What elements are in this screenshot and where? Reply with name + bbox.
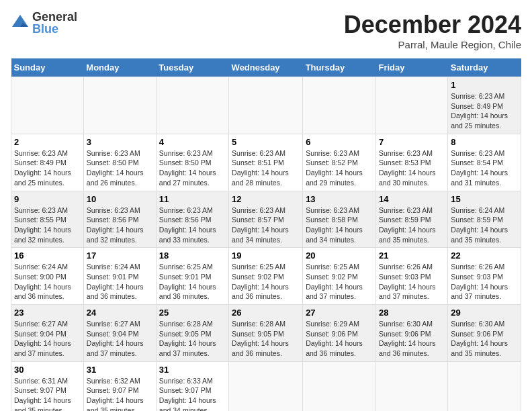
daylight-hours: Daylight: 14 hours and 36 minutes. [379,339,436,357]
sunset-time: Sunset: 8:49 PM [451,102,503,110]
sunset-time: Sunset: 9:02 PM [306,273,358,281]
sunset-time: Sunset: 8:50 PM [159,158,212,167]
day-number: 15 [451,194,518,204]
day-number: 3 [87,137,153,147]
calendar-cell: 4 Sunrise: 6:23 AM Sunset: 8:50 PM Dayli… [156,134,228,191]
daylight-hours: Daylight: 14 hours and 25 minutes. [451,111,508,130]
calendar-cell: 20 Sunrise: 6:25 AM Sunset: 9:02 PM Dayl… [303,248,376,305]
col-friday: Friday [375,58,447,77]
calendar-cell [375,77,447,134]
sunrise-time: Sunrise: 6:31 AM [14,377,68,385]
col-saturday: Saturday [448,58,521,77]
sunset-time: Sunset: 9:07 PM [87,386,139,394]
day-info: Sunrise: 6:23 AM Sunset: 8:52 PM Dayligh… [306,148,373,188]
sunrise-time: Sunrise: 6:25 AM [306,263,359,271]
calendar-cell [156,77,228,134]
daylight-hours: Daylight: 14 hours and 36 minutes. [87,283,144,301]
day-number: 22 [451,250,518,261]
sunrise-time: Sunrise: 6:30 AM [451,320,504,328]
day-number: 13 [306,194,373,204]
calendar-cell: 7 Sunrise: 6:23 AM Sunset: 8:53 PM Dayli… [375,134,447,191]
daylight-hours: Daylight: 14 hours and 35 minutes. [14,396,71,411]
sunrise-time: Sunrise: 6:23 AM [451,149,504,157]
calendar-cell: 19 Sunrise: 6:25 AM Sunset: 9:02 PM Dayl… [229,248,303,305]
sunset-time: Sunset: 9:04 PM [87,330,139,338]
sunrise-time: Sunrise: 6:25 AM [232,263,285,271]
sunset-time: Sunset: 8:55 PM [14,216,66,224]
sunset-time: Sunset: 8:54 PM [451,158,503,167]
daylight-hours: Daylight: 14 hours and 36 minutes. [14,283,71,301]
calendar-week-row: 16 Sunrise: 6:24 AM Sunset: 9:00 PM Dayl… [11,248,521,305]
day-number: 5 [232,137,300,147]
day-number: 14 [379,194,445,204]
daylight-hours: Daylight: 14 hours and 37 minutes. [159,339,216,357]
day-info: Sunrise: 6:27 AM Sunset: 9:04 PM Dayligh… [87,319,153,359]
day-number: 16 [14,250,81,261]
calendar-week-row: 1 Sunrise: 6:23 AM Sunset: 8:49 PM Dayli… [11,77,521,134]
day-number: 17 [87,250,153,261]
daylight-hours: Daylight: 14 hours and 29 minutes. [306,169,363,187]
sunset-time: Sunset: 8:52 PM [306,158,358,167]
calendar-cell: 25 Sunrise: 6:28 AM Sunset: 9:05 PM Dayl… [156,305,228,362]
day-info: Sunrise: 6:23 AM Sunset: 8:49 PM Dayligh… [14,148,81,188]
day-info: Sunrise: 6:23 AM Sunset: 8:53 PM Dayligh… [379,148,445,188]
logo-line2: Blue [32,23,77,35]
sunset-time: Sunset: 8:56 PM [159,216,212,224]
day-number: 28 [379,308,445,318]
sunrise-time: Sunrise: 6:27 AM [87,320,140,328]
sunset-time: Sunset: 8:51 PM [232,158,284,167]
col-wednesday: Wednesday [229,58,303,77]
calendar-cell: 9 Sunrise: 6:23 AM Sunset: 8:55 PM Dayli… [11,191,84,248]
calendar-cell: 8 Sunrise: 6:23 AM Sunset: 8:54 PM Dayli… [448,134,521,191]
calendar-cell: 24 Sunrise: 6:27 AM Sunset: 9:04 PM Dayl… [83,305,156,362]
calendar-cell: 30 Sunrise: 6:31 AM Sunset: 9:07 PM Dayl… [11,361,84,411]
day-number: 26 [232,308,300,318]
day-info: Sunrise: 6:23 AM Sunset: 8:54 PM Dayligh… [451,148,518,188]
calendar-cell: 28 Sunrise: 6:30 AM Sunset: 9:06 PM Dayl… [375,305,447,362]
day-number: 2 [14,137,81,147]
sunrise-time: Sunrise: 6:23 AM [232,206,285,214]
calendar-cell [83,77,156,134]
sunset-time: Sunset: 9:00 PM [14,273,66,281]
calendar-cell [448,361,521,411]
sunset-time: Sunset: 9:01 PM [87,273,139,281]
daylight-hours: Daylight: 14 hours and 31 minutes. [451,169,508,187]
day-info: Sunrise: 6:23 AM Sunset: 8:50 PM Dayligh… [159,148,226,188]
day-info: Sunrise: 6:25 AM Sunset: 9:02 PM Dayligh… [232,262,300,302]
sunrise-time: Sunrise: 6:28 AM [232,320,285,328]
sunset-time: Sunset: 9:07 PM [159,386,212,394]
daylight-hours: Daylight: 14 hours and 37 minutes. [451,283,508,301]
calendar-cell: 14 Sunrise: 6:23 AM Sunset: 8:59 PM Dayl… [375,191,447,248]
day-info: Sunrise: 6:23 AM Sunset: 8:57 PM Dayligh… [232,205,300,245]
calendar-cell: 13 Sunrise: 6:23 AM Sunset: 8:58 PM Dayl… [303,191,376,248]
daylight-hours: Daylight: 14 hours and 35 minutes. [87,396,144,411]
daylight-hours: Daylight: 14 hours and 34 minutes. [232,226,289,244]
day-number: 30 [14,365,81,375]
sunset-time: Sunset: 9:07 PM [14,386,66,394]
calendar-cell: 10 Sunrise: 6:23 AM Sunset: 8:56 PM Dayl… [83,191,156,248]
page-header: General Blue December 2024 Parral, Maule… [11,11,521,50]
sunrise-time: Sunrise: 6:23 AM [14,206,68,214]
sunset-time: Sunset: 8:53 PM [379,158,431,167]
calendar-cell [375,361,447,411]
calendar-cell [229,361,303,411]
day-number: 31 [87,365,153,375]
day-number: 24 [87,308,153,318]
day-info: Sunrise: 6:23 AM Sunset: 8:55 PM Dayligh… [14,205,81,245]
day-info: Sunrise: 6:32 AM Sunset: 9:07 PM Dayligh… [87,376,153,411]
sunrise-time: Sunrise: 6:23 AM [451,92,504,100]
daylight-hours: Daylight: 14 hours and 27 minutes. [159,169,216,187]
sunrise-time: Sunrise: 6:23 AM [87,206,140,214]
day-info: Sunrise: 6:24 AM Sunset: 9:00 PM Dayligh… [14,262,81,302]
col-sunday: Sunday [11,58,84,77]
daylight-hours: Daylight: 14 hours and 33 minutes. [159,226,216,244]
day-number: 27 [306,308,373,318]
daylight-hours: Daylight: 14 hours and 37 minutes. [379,283,436,301]
location: Parral, Maule Region, Chile [344,39,521,50]
sunset-time: Sunset: 8:49 PM [14,158,66,167]
sunset-time: Sunset: 8:56 PM [87,216,139,224]
day-info: Sunrise: 6:23 AM Sunset: 8:56 PM Dayligh… [87,205,153,245]
day-number: 4 [159,137,226,147]
logo-icon [11,13,30,32]
calendar-cell: 27 Sunrise: 6:29 AM Sunset: 9:06 PM Dayl… [303,305,376,362]
